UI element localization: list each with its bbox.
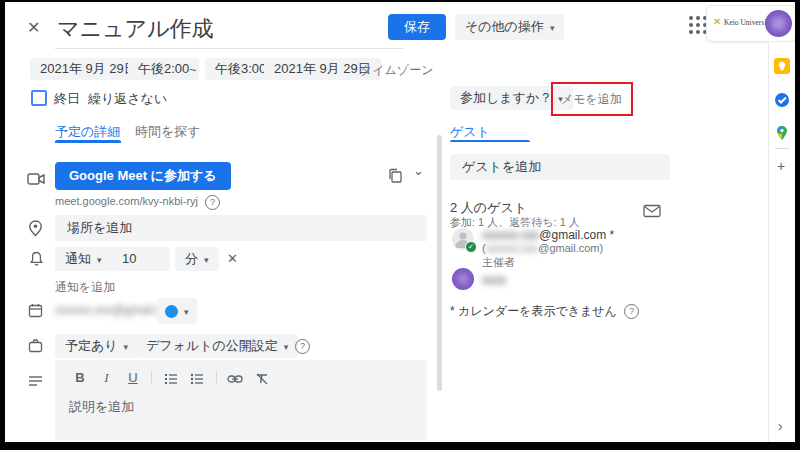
bulleted-list-button[interactable] <box>186 370 208 385</box>
account-card: ✕ Keio University <box>706 5 795 42</box>
caret-down-icon: ▾ <box>550 23 555 33</box>
accepted-check-icon: ✓ <box>465 241 477 253</box>
guest-email-label: xxxxxx.xxx@gmail.com * <box>482 228 614 242</box>
toolbar-divider <box>216 371 217 385</box>
event-color-dropdown[interactable]: ▾ <box>157 298 197 324</box>
tab-guests[interactable]: ゲスト <box>450 123 490 141</box>
underline-button[interactable]: U <box>122 370 144 385</box>
calendar-icon <box>28 301 43 319</box>
guest-row-organizer: ✓ xxxxxx.xxx@gmail.com * (xxxxxx.xxx@gma… <box>450 226 670 270</box>
email-guests-icon[interactable] <box>643 201 661 219</box>
side-panel-divider <box>775 148 789 149</box>
caret-down-icon: ▾ <box>204 255 209 265</box>
account-avatar[interactable] <box>765 10 792 37</box>
visibility-help-icon[interactable]: ? <box>295 339 310 354</box>
visibility-dropdown[interactable]: デフォルトの公開設定▾ <box>136 334 298 358</box>
add-note-button[interactable]: メモを追加 <box>561 91 622 108</box>
caret-down-icon: ▾ <box>97 255 102 265</box>
meet-options-chevron-icon[interactable]: ⌄ <box>413 163 424 178</box>
add-notification-link[interactable]: 通知を追加 <box>55 279 115 296</box>
description-lines-icon <box>28 371 43 389</box>
tab-event-details[interactable]: 予定の詳細 <box>55 123 120 141</box>
video-camera-icon <box>27 169 45 187</box>
screenshot-frame: ✕ マニュアル作成 保存 その他の操作▾ ✕ Keio University 2… <box>0 0 800 450</box>
toolbar-divider <box>151 371 152 385</box>
google-tasks-icon[interactable] <box>774 90 790 106</box>
title-underline <box>55 48 403 49</box>
caret-down-icon: ▾ <box>124 342 129 352</box>
bold-button[interactable]: B <box>69 370 91 385</box>
description-area[interactable]: B I U 説明を追加 <box>55 360 427 440</box>
event-title-input[interactable]: マニュアル作成 <box>57 14 214 44</box>
time-range-separator: ~ <box>189 62 197 77</box>
tab-event-details-underline <box>55 140 121 143</box>
calendar-unavailable-note: * カレンダーを表示できません ? <box>450 303 639 320</box>
recurrence-dropdown[interactable]: 繰り返さない <box>88 90 167 108</box>
google-keep-icon[interactable] <box>774 56 790 72</box>
italic-button[interactable]: I <box>95 370 117 386</box>
timezone-button[interactable]: タイムゾーン <box>360 62 433 79</box>
note-help-icon[interactable]: ? <box>624 304 639 319</box>
meet-help-icon[interactable]: ? <box>205 195 220 210</box>
briefcase-icon <box>28 336 43 354</box>
description-placeholder: 説明を追加 <box>55 386 427 416</box>
insert-link-icon[interactable] <box>224 370 246 385</box>
tab-guests-underline <box>450 140 530 142</box>
google-apps-grid-icon[interactable] <box>689 16 707 34</box>
keio-logo-icon: ✕ <box>713 16 721 27</box>
meet-url-label: meet.google.com/kvy-nkbi-ryj ? <box>55 195 220 210</box>
join-google-meet-button[interactable]: Google Meet に参加する <box>55 162 231 190</box>
notification-value-input[interactable]: 10 <box>112 247 170 271</box>
busy-status-dropdown[interactable]: 予定あり▾ <box>55 334 138 358</box>
event-color-swatch <box>165 305 178 318</box>
guest-row: xxxx <box>450 268 670 292</box>
notification-unit-dropdown[interactable]: 分▾ <box>175 247 219 271</box>
all-day-label: 終日 <box>54 90 80 108</box>
get-add-ons-icon[interactable]: + <box>777 158 785 174</box>
bell-icon <box>29 249 44 267</box>
caret-down-icon: ▾ <box>284 342 289 352</box>
event-edit-page: ✕ マニュアル作成 保存 その他の操作▾ ✕ Keio University 2… <box>5 2 795 442</box>
save-button[interactable]: 保存 <box>388 14 446 40</box>
tab-find-time[interactable]: 時間を探す <box>135 123 201 141</box>
hide-side-panel-icon[interactable]: › <box>778 418 783 434</box>
copy-icon[interactable] <box>387 166 403 184</box>
side-panel: + › <box>768 42 795 442</box>
caret-down-icon: ▾ <box>184 307 189 317</box>
notification-type-dropdown[interactable]: 通知▾ <box>55 247 112 271</box>
format-toolbar: B I U <box>55 360 427 386</box>
numbered-list-button[interactable] <box>160 370 182 385</box>
more-actions-label: その他の操作 <box>465 19 544 34</box>
more-actions-button[interactable]: その他の操作▾ <box>455 14 564 40</box>
close-icon[interactable]: ✕ <box>27 18 40 37</box>
remove-notification-icon[interactable]: ✕ <box>227 251 238 266</box>
guest-avatar <box>452 268 474 290</box>
location-input[interactable]: 場所を追加 <box>55 215 427 241</box>
all-day-checkbox[interactable] <box>31 90 47 106</box>
location-pin-icon <box>28 219 43 237</box>
guest-name-label: xxxx <box>482 273 506 287</box>
vertical-scrollbar[interactable] <box>437 135 442 391</box>
add-guests-input[interactable]: ゲストを追加 <box>450 154 670 180</box>
google-maps-icon[interactable] <box>774 123 790 139</box>
clear-formatting-icon[interactable] <box>251 370 273 385</box>
guest-email-sub-label: (xxxxxx.xxx@gmail.com) <box>482 242 603 254</box>
